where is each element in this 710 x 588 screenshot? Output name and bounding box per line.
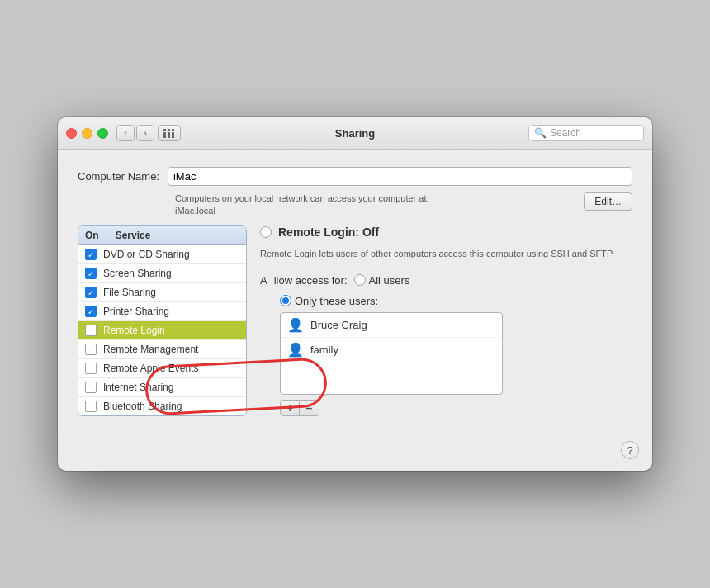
right-panel: Remote Login: Off Remote Login lets user… [260,225,632,416]
grid-icon [163,129,175,138]
user-name-family: family [310,344,338,356]
edit-button[interactable]: Edit… [584,192,632,211]
forward-button[interactable]: › [136,125,154,141]
nav-arrows: ‹ › [116,125,154,141]
service-item-remote-apple[interactable]: Remote Apple Events [78,359,246,378]
all-users-label: All users [369,274,410,287]
minimize-button[interactable] [82,128,92,139]
all-users-radio[interactable] [354,274,366,286]
help-button[interactable]: ? [621,441,639,459]
close-button[interactable] [66,128,77,139]
checkbox-internet[interactable] [85,382,97,393]
services-header: On Service [78,226,246,245]
checkbox-screen[interactable] [85,268,97,279]
checkbox-file[interactable] [85,287,97,298]
service-label-remote-mgmt: Remote Management [103,344,198,355]
only-these-label: Only these users: [295,295,378,307]
access-row: A llow access for: All users [260,274,632,287]
search-placeholder: Search [550,127,581,139]
computer-name-label: Computer Name: [78,170,159,183]
users-section: Only these users: 👤 Bruce Craig 👤 family [280,295,632,416]
content-area: Computer Name: Computers on your local n… [58,150,652,434]
traffic-lights [66,128,108,139]
computer-name-input[interactable] [168,167,632,186]
network-text: Computers on your local network can acce… [175,192,429,218]
list-controls: + – [280,400,632,416]
service-item-remote-mgmt[interactable]: Remote Management [78,340,246,359]
bottom-bar: ? [58,433,652,471]
titlebar: ‹ › Sharing 🔍 Search [58,117,652,150]
allow-label: A [260,274,267,287]
user-item-family[interactable]: 👤 family [281,338,502,362]
service-item-remote-login[interactable]: Remote Login [78,321,246,340]
maximize-button[interactable] [97,128,108,139]
user-icon-bruce: 👤 [287,317,304,333]
window-title: Sharing [335,127,375,140]
checkbox-bluetooth[interactable] [85,401,97,412]
back-button[interactable]: ‹ [116,125,135,141]
services-list: On Service DVD or CD Sharing Screen Shar… [78,225,247,416]
checkbox-dvd[interactable] [85,249,97,260]
service-item-screen[interactable]: Screen Sharing [78,264,246,283]
only-these-radio[interactable] [280,295,291,306]
col-on: On [85,230,99,241]
checkbox-remote-mgmt[interactable] [85,344,97,355]
user-name-bruce: Bruce Craig [310,319,367,331]
remove-user-button[interactable]: – [300,400,320,416]
search-icon: 🔍 [534,127,547,139]
checkbox-printer[interactable] [85,306,97,317]
remote-login-title: Remote Login: Off [278,225,379,239]
all-users-option[interactable]: All users [354,274,410,287]
computer-name-row: Computer Name: [78,167,632,186]
service-label-dvd: DVD or CD Sharing [103,249,190,260]
allow-label-full: llow access for: [274,274,348,287]
network-info: Computers on your local network can acce… [175,192,632,218]
service-label-remote-login: Remote Login [103,325,165,336]
user-item-bruce[interactable]: 👤 Bruce Craig [281,313,502,338]
remote-login-header: Remote Login: Off [260,225,632,239]
grid-button[interactable] [158,125,181,141]
service-label-remote-apple: Remote Apple Events [103,363,198,374]
search-box[interactable]: 🔍 Search [528,125,644,141]
service-item-internet[interactable]: Internet Sharing [78,378,246,397]
users-list: 👤 Bruce Craig 👤 family [280,312,503,395]
checkbox-remote-apple[interactable] [85,363,97,374]
service-label-file: File Sharing [103,287,156,298]
user-icon-family: 👤 [287,342,304,358]
remote-login-desc: Remote Login lets users of other compute… [260,247,632,261]
service-item-file[interactable]: File Sharing [78,283,246,302]
service-label-screen: Screen Sharing [103,268,172,279]
add-user-button[interactable]: + [280,400,300,416]
service-label-internet: Internet Sharing [103,382,173,393]
service-item-dvd[interactable]: DVD or CD Sharing [78,245,246,264]
only-these-option[interactable]: Only these users: [280,295,632,307]
service-label-bluetooth: Bluetooth Sharing [103,401,182,412]
service-item-printer[interactable]: Printer Sharing [78,302,246,321]
main-panel: On Service DVD or CD Sharing Screen Shar… [78,225,632,416]
checkbox-remote-login[interactable] [85,325,97,336]
col-service: Service [116,230,151,241]
service-item-bluetooth[interactable]: Bluetooth Sharing [78,397,246,415]
service-label-printer: Printer Sharing [103,306,169,317]
remote-login-toggle[interactable] [260,226,272,238]
